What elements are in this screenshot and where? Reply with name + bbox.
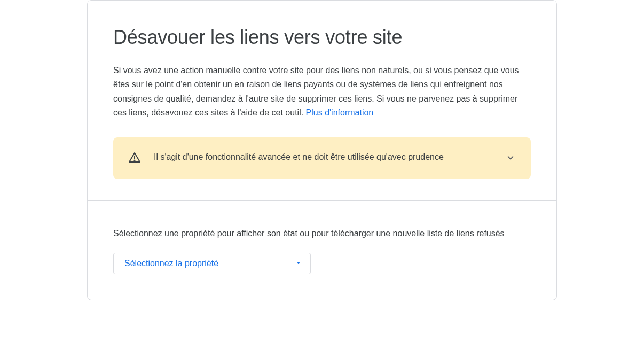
- warning-banner[interactable]: Il s'agit d'une fonctionnalité avancée e…: [113, 137, 531, 179]
- intro-section: Désavouer les liens vers votre site Si v…: [88, 1, 556, 200]
- select-property-dropdown[interactable]: Sélectionnez la propriété: [113, 253, 311, 274]
- select-property-label: Sélectionnez la propriété: [124, 259, 218, 268]
- disavow-card: Désavouer les liens vers votre site Si v…: [87, 0, 557, 300]
- warning-icon: [128, 150, 141, 166]
- dropdown-arrow-icon: [295, 259, 302, 268]
- page-title: Désavouer les liens vers votre site: [113, 26, 531, 49]
- warning-text: Il s'agit d'une fonctionnalité avancée e…: [154, 150, 492, 164]
- svg-point-1: [134, 160, 135, 160]
- more-info-link[interactable]: Plus d'information: [306, 108, 374, 117]
- chevron-down-icon: [505, 150, 518, 165]
- description-paragraph: Si vous avez une action manuelle contre …: [113, 64, 531, 120]
- property-section: Sélectionnez une propriété pour afficher…: [88, 201, 556, 300]
- property-instruction: Sélectionnez une propriété pour afficher…: [113, 227, 531, 241]
